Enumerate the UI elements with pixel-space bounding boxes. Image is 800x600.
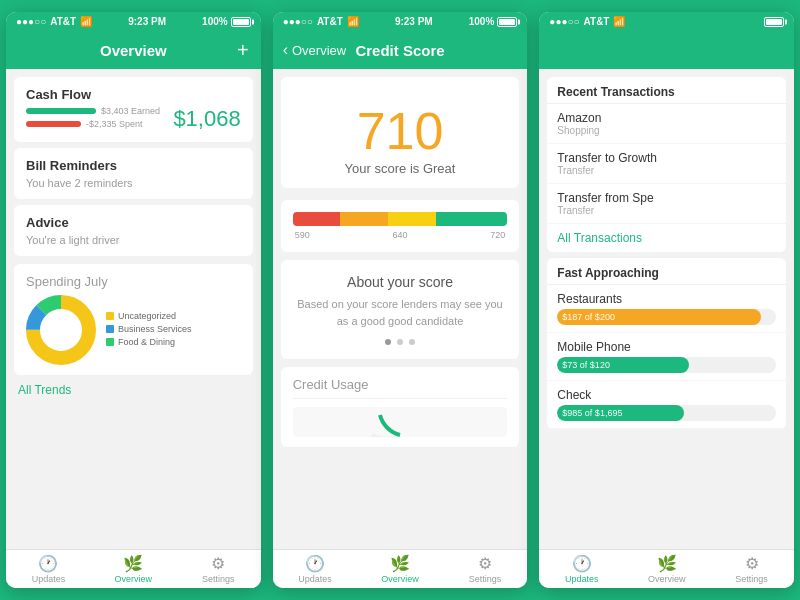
gear-icon-1: ⚙: [211, 556, 225, 572]
transaction-transfer-to[interactable]: Transfer to Growth Transfer: [547, 144, 786, 184]
tab-settings-3[interactable]: ⚙ Settings: [709, 556, 794, 584]
amazon-sub: Shopping: [557, 125, 776, 136]
score-label-720: 720: [490, 230, 505, 240]
spent-label: -$2,335 Spent: [86, 119, 143, 129]
advice-title: Advice: [26, 215, 241, 230]
budget-check[interactable]: Check $985 of $1,695: [547, 381, 786, 429]
content-3: Recent Transactions Amazon Shopping Tran…: [539, 69, 794, 549]
clock-icon: 🕐: [38, 556, 58, 572]
credit-score-label: Your score is Great: [293, 161, 508, 176]
score-card: 710 Your score is Great: [281, 77, 520, 188]
budget-restaurants[interactable]: Restaurants $187 of $200: [547, 285, 786, 333]
tab-overview-label-3: Overview: [648, 574, 686, 584]
tab-bar-3: 🕐 Updates 🌿 Overview ⚙ Settings: [539, 549, 794, 588]
restaurants-bar-label: $187 of $200: [562, 312, 615, 322]
back-label-2: Overview: [292, 43, 346, 58]
transfer-to-name: Transfer to Growth: [557, 151, 776, 165]
legend-business: Business Services: [106, 324, 192, 334]
signal-dots-1: ●●●○○: [16, 16, 46, 27]
transfer-from-sub: Transfer: [557, 205, 776, 216]
signal-dots-3: ●●●○○: [549, 16, 579, 27]
clock-icon-2: 🕐: [305, 556, 325, 572]
check-bar-label: $985 of $1,695: [562, 408, 622, 418]
score-seg-fair: [340, 212, 388, 226]
all-trends-link[interactable]: All Trends: [18, 383, 249, 397]
transaction-transfer-from[interactable]: Transfer from Spe Transfer: [547, 184, 786, 224]
tab-settings-label-1: Settings: [202, 574, 235, 584]
dot-2: [397, 339, 403, 345]
about-score-title: About your score: [293, 274, 508, 290]
mobile-phone-bar-fill: $73 of $120: [557, 357, 688, 373]
add-button-1[interactable]: +: [237, 39, 249, 62]
status-bar-3: ●●●○○ AT&T 📶: [539, 12, 794, 31]
tab-overview-3[interactable]: 🌿 Overview: [624, 556, 709, 584]
mobile-phone-bar-bg: $73 of $120: [557, 357, 776, 373]
tab-settings-1[interactable]: ⚙ Settings: [176, 556, 261, 584]
check-bar-bg: $985 of $1,695: [557, 405, 776, 421]
tab-updates-2[interactable]: 🕐 Updates: [273, 556, 358, 584]
tab-bar-2: 🕐 Updates 🌿 Overview ⚙ Settings: [273, 549, 528, 588]
cashflow-card: Cash Flow $3,403 Earned -$2,335 Spent $1…: [14, 77, 253, 142]
transfer-to-sub: Transfer: [557, 165, 776, 176]
tab-overview-label-2: Overview: [381, 574, 419, 584]
status-bar-2: ●●●○○ AT&T 📶 9:23 PM 100%: [273, 12, 528, 31]
all-transactions-link[interactable]: All Transactions: [547, 224, 786, 252]
tab-overview-label-1: Overview: [115, 574, 153, 584]
fast-approaching-header: Fast Approaching: [547, 258, 786, 285]
wifi-icon-3: 📶: [613, 16, 625, 27]
clock-icon-3: 🕐: [572, 556, 592, 572]
earned-label: $3,403 Earned: [101, 106, 160, 116]
budget-mobile-phone[interactable]: Mobile Phone $73 of $120: [547, 333, 786, 381]
nav-bar-2: ‹ Overview Credit Score: [273, 31, 528, 69]
score-label-640: 640: [392, 230, 407, 240]
battery-icon-3: [764, 17, 784, 27]
spending-legend: Uncategorized Business Services Food & D…: [106, 311, 192, 350]
credit-usage-card: Credit Usage: [281, 367, 520, 447]
advice-subtitle: You're a light driver: [26, 234, 241, 246]
credit-score-value: 710: [293, 105, 508, 157]
about-score-card: About your score Based on your score len…: [281, 260, 520, 359]
content-2: 710 Your score is Great 590 640 720 Abou…: [273, 69, 528, 549]
bill-reminders-title: Bill Reminders: [26, 158, 241, 173]
transfer-from-name: Transfer from Spe: [557, 191, 776, 205]
tab-updates-1[interactable]: 🕐 Updates: [6, 556, 91, 584]
mobile-phone-name: Mobile Phone: [557, 340, 776, 354]
panel-transactions: ●●●○○ AT&T 📶 Recent Transactions Amazon …: [539, 12, 794, 588]
time-2: 9:23 PM: [395, 16, 433, 27]
legend-label-food: Food & Dining: [118, 337, 175, 347]
mobile-phone-bar-label: $73 of $120: [562, 360, 610, 370]
tab-updates-3[interactable]: 🕐 Updates: [539, 556, 624, 584]
tab-settings-label-2: Settings: [469, 574, 502, 584]
gear-icon-3: ⚙: [745, 556, 759, 572]
back-button-2[interactable]: ‹ Overview: [283, 41, 347, 59]
spending-card: Spending July Uncategorized: [14, 264, 253, 375]
legend-dot-food: [106, 338, 114, 346]
tab-overview-1[interactable]: 🌿 Overview: [91, 556, 176, 584]
tab-updates-label-1: Updates: [32, 574, 66, 584]
carrier-3: AT&T: [584, 16, 610, 27]
svg-point-3: [45, 314, 77, 346]
bill-reminders-subtitle: You have 2 reminders: [26, 177, 241, 189]
legend-dot-business: [106, 325, 114, 333]
nav-bar-3: [539, 31, 794, 69]
nav-title-1: Overview: [100, 42, 167, 59]
recent-transactions-section: Recent Transactions Amazon Shopping Tran…: [547, 77, 786, 252]
credit-usage-title: Credit Usage: [293, 377, 508, 399]
score-bar: [293, 212, 508, 226]
status-bar-1: ●●●○○ AT&T 📶 9:23 PM 100%: [6, 12, 261, 31]
spent-row: -$2,335 Spent: [26, 119, 163, 129]
score-bar-container: 590 640 720: [281, 200, 520, 252]
legend-label-uncategorized: Uncategorized: [118, 311, 176, 321]
transaction-amazon[interactable]: Amazon Shopping: [547, 104, 786, 144]
dot-indicators: [293, 339, 508, 345]
spending-title: Spending July: [26, 274, 241, 289]
dot-3: [409, 339, 415, 345]
tab-settings-label-3: Settings: [735, 574, 768, 584]
cashflow-row: $3,403 Earned -$2,335 Spent $1,068: [26, 106, 241, 132]
cashflow-bars: $3,403 Earned -$2,335 Spent: [26, 106, 163, 132]
tab-overview-2[interactable]: 🌿 Overview: [358, 556, 443, 584]
check-bar-fill: $985 of $1,695: [557, 405, 684, 421]
nav-title-2: Credit Score: [355, 42, 444, 59]
tab-settings-2[interactable]: ⚙ Settings: [442, 556, 527, 584]
score-label-590: 590: [295, 230, 310, 240]
